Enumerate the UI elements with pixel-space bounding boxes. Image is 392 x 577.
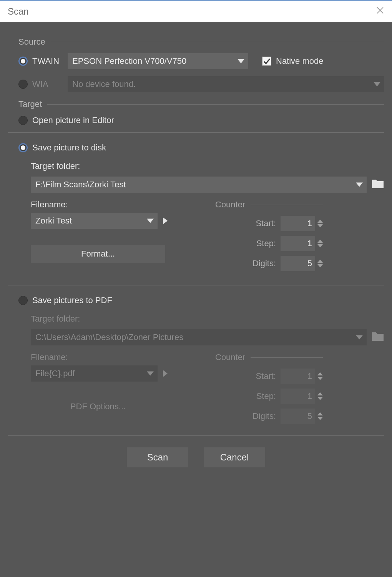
counter-start-value: 1 [307, 371, 312, 381]
check-icon [263, 57, 271, 65]
counter-digits-value: 5 [307, 411, 312, 421]
disk-target-folder-label: Target folder: [31, 161, 80, 171]
pdf-target-folder-select: C:\Users\Adam\Desktop\Zoner Pictures [31, 329, 367, 345]
chevron-down-icon [374, 82, 380, 87]
disk-filename-label: Filename: [31, 200, 169, 210]
counter-start-input[interactable]: 1 [281, 216, 323, 231]
browse-folder-button [371, 331, 384, 344]
spinner-arrows [317, 412, 323, 420]
counter-step-value: 1 [307, 391, 312, 401]
source-legend-text: Source [18, 37, 45, 47]
counter-digits-label: Digits: [252, 258, 276, 268]
counter-step-input[interactable]: 1 [281, 236, 323, 251]
pdf-counter-legend: Counter [215, 352, 323, 362]
disk-target-folder-block: Target folder: [31, 161, 384, 174]
target-legend: Target [18, 99, 384, 109]
pdf-filename-select: File{C}.pdf [31, 365, 158, 382]
close-button[interactable] [376, 6, 384, 17]
folder-icon [371, 178, 384, 189]
counter-digits-label: Digits: [252, 411, 276, 421]
divider [8, 285, 384, 285]
save-disk-row: Save picture to disk [18, 143, 384, 153]
scan-button[interactable]: Scan [127, 447, 188, 467]
source-wia-row: WIA No device found. [18, 76, 384, 92]
source-twain-row: TWAIN EPSON Perfection V700/V750 Native … [18, 53, 384, 69]
format-button[interactable]: Format... [31, 245, 165, 263]
disk-filename-select[interactable]: Zorki Test [31, 213, 158, 229]
spinner-arrows[interactable] [317, 220, 323, 227]
wia-device-select: No device found. [68, 76, 384, 92]
disk-filename-counter-block: Filename: Zorki Test Format... Counter S… [31, 200, 384, 273]
chevron-down-icon [317, 244, 323, 247]
divider [51, 42, 384, 42]
wia-device-value: No device found. [72, 79, 136, 89]
save-pdf-label: Save pictures to PDF [32, 295, 112, 305]
format-button-label: Format... [81, 249, 115, 259]
pdf-options-button: PDF Options... [31, 398, 165, 415]
divider [251, 205, 323, 205]
save-pdf-row: Save pictures to PDF [18, 295, 384, 305]
chevron-down-icon [356, 183, 363, 187]
counter-step-label: Step: [256, 391, 276, 401]
open-editor-label: Open picture in Editor [32, 115, 114, 125]
pdf-options-button-label: PDF Options... [70, 402, 126, 412]
divider [8, 132, 384, 133]
counter-start-label: Start: [256, 218, 276, 228]
divider [251, 357, 323, 358]
pdf-filename-label: Filename: [31, 352, 169, 362]
counter-start-input: 1 [281, 369, 323, 384]
twain-label: TWAIN [32, 56, 63, 66]
disk-filename-value: Zorki Test [35, 216, 72, 226]
twain-device-value: EPSON Perfection V700/V750 [72, 56, 186, 66]
wia-radio[interactable] [18, 80, 28, 89]
close-icon [376, 6, 384, 15]
pdf-counter-legend-text: Counter [215, 352, 245, 362]
twain-device-select[interactable]: EPSON Perfection V700/V750 [68, 53, 248, 69]
chevron-down-icon [317, 417, 323, 420]
pdf-filename-counter-block: Filename: File{C}.pdf PDF Options... Cou… [31, 352, 384, 426]
chevron-down-icon [147, 219, 154, 223]
chevron-down-icon [317, 264, 323, 267]
pdf-filename-value: File{C}.pdf [35, 369, 75, 379]
cancel-button[interactable]: Cancel [204, 447, 265, 467]
folder-icon [371, 331, 384, 342]
wia-label: WIA [32, 79, 63, 89]
browse-folder-button[interactable] [371, 178, 384, 191]
counter-start-label: Start: [256, 371, 276, 381]
counter-step-value: 1 [307, 238, 312, 248]
native-mode-label: Native mode [276, 56, 324, 66]
disk-target-folder-select[interactable]: F:\Film Scans\Zorki Test [31, 177, 367, 193]
save-pdf-radio[interactable] [18, 296, 28, 305]
scan-button-label: Scan [147, 452, 168, 463]
filename-flyout-button [163, 370, 168, 377]
pdf-target-folder-block: Target folder: [31, 314, 384, 327]
window-title: Scan [8, 6, 29, 17]
twain-radio[interactable] [18, 57, 28, 66]
divider [47, 104, 384, 105]
counter-step-label: Step: [256, 238, 276, 248]
open-editor-radio[interactable] [18, 116, 28, 125]
chevron-up-icon [317, 240, 323, 243]
spinner-arrows [317, 372, 323, 380]
cancel-button-label: Cancel [220, 452, 249, 463]
pdf-target-folder-row: C:\Users\Adam\Desktop\Zoner Pictures [31, 329, 384, 345]
source-legend: Source [18, 37, 384, 47]
save-disk-radio[interactable] [18, 143, 28, 152]
disk-target-folder-value: F:\Film Scans\Zorki Test [35, 180, 126, 190]
spinner-arrows[interactable] [317, 260, 323, 267]
target-legend-text: Target [18, 99, 42, 109]
native-mode-checkbox[interactable] [262, 57, 271, 66]
pdf-target-folder-label: Target folder: [31, 314, 80, 324]
pdf-target-folder-value: C:\Users\Adam\Desktop\Zoner Pictures [35, 332, 183, 342]
filename-flyout-button[interactable] [163, 217, 168, 224]
chevron-down-icon [147, 372, 154, 376]
chevron-up-icon [317, 260, 323, 263]
open-editor-row: Open picture in Editor [18, 115, 384, 125]
chevron-up-icon [317, 392, 323, 395]
chevron-down-icon [317, 224, 323, 227]
spinner-arrows[interactable] [317, 240, 323, 247]
counter-digits-input[interactable]: 5 [281, 256, 323, 271]
chevron-up-icon [317, 220, 323, 223]
save-disk-label: Save picture to disk [32, 143, 106, 153]
disk-counter-legend-text: Counter [215, 200, 245, 210]
